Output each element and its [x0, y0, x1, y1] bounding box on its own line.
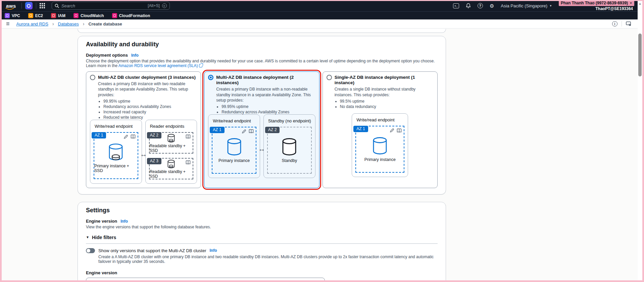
navbar-divider [21, 3, 22, 9]
cloudshell-icon[interactable]: >_ [453, 3, 459, 8]
search-icon [55, 4, 59, 8]
engine-version-info-link[interactable]: Info [120, 219, 128, 224]
availability-durability-card: Availability and durability Deployment o… [78, 36, 446, 194]
az-badge: AZ 1 [92, 132, 106, 138]
favorites-bar: VPC EC2 IAM CloudWatch CloudFormation [0, 11, 638, 19]
account-area: Phan Thanh Thao (9972-8639-6939) ▼ ThaoP… [559, 0, 634, 11]
services-grid-icon[interactable] [40, 3, 45, 8]
edit-pencil-icon[interactable] [242, 129, 246, 134]
account-name: Phan Thanh Thao (9972-8639-6939) [561, 1, 628, 5]
standby-db-icon [165, 160, 177, 169]
az1-box: AZ 1 [94, 132, 138, 179]
section-title: Availability and durability [86, 41, 438, 48]
navbar-divider [36, 3, 36, 9]
option-bullets: 99.95% uptime Redundancy across Availabi… [217, 104, 315, 114]
chevron-down-icon: ▼ [316, 280, 320, 282]
docs-book-icon[interactable] [186, 160, 191, 165]
replication-arrow-icon: ↔ [258, 145, 265, 152]
region-label: Asia Pacific (Singapore) [501, 3, 547, 8]
standby-db-icon [165, 134, 177, 143]
account-menu[interactable]: Phan Thanh Thao (9972-8639-6939) ▼ [559, 0, 634, 6]
az-badge: AZ 3 [147, 158, 161, 164]
favorite-cloudformation[interactable]: CloudFormation [112, 13, 150, 18]
hide-filters-toggle[interactable]: ▼ Hide filters [86, 235, 438, 240]
favorite-ec2[interactable]: EC2 [28, 13, 43, 18]
breadcrumb-separator-icon: › [52, 21, 54, 26]
search-q-icon [162, 3, 167, 8]
az1-box: AZ 1 [355, 126, 404, 173]
multiaz-filter-label: Show only versions that support the Mult… [98, 248, 206, 253]
option-singleaz-instance[interactable]: Single-AZ DB instance deployment (1 inst… [323, 71, 438, 188]
aws-logo[interactable]: aws [4, 3, 18, 9]
multiaz-filter-description: Create a A Multi-AZ DB cluster with one … [98, 255, 438, 264]
breadcrumb-separator-icon: › [83, 21, 85, 26]
ec2-icon [28, 13, 33, 18]
multiaz-filter-row: Show only versions that support the Mult… [86, 248, 438, 253]
account-user-label: ThaoPT@SE193364 [595, 6, 634, 11]
standby-db-icon [281, 138, 297, 156]
search-shortcut: [Alt+S] [148, 3, 160, 8]
navbar-left: aws Search [Alt+S] [4, 2, 170, 10]
docs-book-icon[interactable] [397, 128, 402, 133]
vertical-scrollbar[interactable]: ▲ [638, 0, 642, 282]
az-badge: AZ 1 [210, 127, 224, 133]
breadcrumb-databases[interactable]: Databases [58, 21, 79, 26]
docs-book-icon[interactable] [249, 129, 254, 133]
instance-diagram: Write/read endpoint AZ 1 [208, 114, 315, 178]
settings-gear-icon[interactable]: ⚙ [490, 3, 494, 8]
triangle-down-icon: ▼ [86, 235, 89, 239]
edit-pencil-icon[interactable] [123, 134, 128, 139]
az-badge: AZ 1 [353, 126, 368, 132]
option-bullets: 99.5% uptime No data redundancy [335, 99, 434, 109]
region-selector[interactable]: Asia Pacific (Singapore) ▼ [501, 3, 552, 8]
main-content: Availability and durability Deployment o… [78, 29, 446, 282]
option-multiaz-cluster[interactable]: Multi-AZ DB cluster deployment (3 instan… [86, 71, 201, 188]
deployment-options-group: Multi-AZ DB cluster deployment (3 instan… [86, 71, 438, 188]
option-multiaz-instance[interactable]: Multi-AZ DB instance deployment (2 insta… [204, 71, 319, 188]
replication-arrow-icon: ↔ [140, 151, 147, 158]
search-input[interactable]: Search [Alt+S] [52, 2, 170, 10]
writer-endpoint-panel: Write/read endpoint AZ 1 [90, 120, 142, 184]
previous-section-card [78, 29, 446, 33]
settings-title: Settings [86, 207, 438, 214]
scrollbar-thumb[interactable] [638, 34, 642, 76]
help-icon[interactable]: ? [478, 3, 483, 8]
breadcrumb-aurora-rds[interactable]: Aurora and RDS [16, 21, 48, 26]
radio-multiaz-cluster[interactable] [90, 75, 95, 80]
docs-book-icon[interactable] [186, 134, 191, 139]
radio-singleaz-instance[interactable] [327, 75, 332, 80]
visual-mode-icon[interactable] [626, 21, 632, 26]
multiaz-filter-toggle[interactable] [86, 248, 95, 253]
notifications-bell-icon[interactable] [466, 3, 471, 8]
menu-hamburger-icon[interactable]: ≡ [6, 21, 10, 27]
settings-card: Settings Engine version Info View the en… [78, 202, 446, 282]
breadcrumb-actions: i [612, 21, 632, 26]
edit-pencil-icon[interactable] [390, 128, 394, 133]
standby-panel: Standby (no endpoint) AZ 2 Standby [263, 114, 315, 178]
favorite-cloudwatch[interactable]: CloudWatch [73, 13, 104, 18]
engine-version-description: View the engine versions that support th… [86, 225, 438, 229]
cluster-diagram: Write/read endpoint AZ 1 [90, 120, 197, 184]
aws-smile-icon [5, 8, 14, 10]
info-panel-icon[interactable]: i [612, 21, 617, 26]
sla-link[interactable]: Amazon RDS service level agreement (SLA) [118, 63, 198, 68]
breadcrumb-bar: ≡ Aurora and RDS › Databases › Create da… [0, 19, 638, 29]
scroll-up-arrow-icon[interactable]: ▲ [638, 2, 642, 5]
vpc-icon [5, 13, 10, 18]
docs-book-icon[interactable] [131, 134, 136, 139]
az2-box: AZ 2 Standby [267, 127, 312, 174]
az2-box: AZ 2 [149, 132, 194, 154]
cloudformation-icon [112, 13, 117, 18]
favorite-vpc[interactable]: VPC [5, 13, 20, 18]
top-navbar: aws Search [Alt+S] >_ [0, 0, 638, 11]
favorite-iam[interactable]: IAM [51, 13, 65, 18]
engine-version-select[interactable]: PostgreSQL 17.6-R2 ▼ [86, 278, 325, 282]
amazon-q-icon[interactable] [25, 2, 33, 9]
reader-endpoints-panel: Reader endpoints AZ 2 [145, 120, 197, 184]
radio-multiaz-instance[interactable] [208, 75, 213, 80]
cloudwatch-icon [73, 13, 79, 18]
multiaz-filter-info-link[interactable]: Info [210, 248, 217, 253]
deployment-options-info-link[interactable]: Info [131, 53, 139, 58]
aws-console-screen: aws Search [Alt+S] >_ [0, 0, 644, 282]
writer-endpoint-panel: Write/read endpoint AZ 1 [208, 114, 260, 178]
